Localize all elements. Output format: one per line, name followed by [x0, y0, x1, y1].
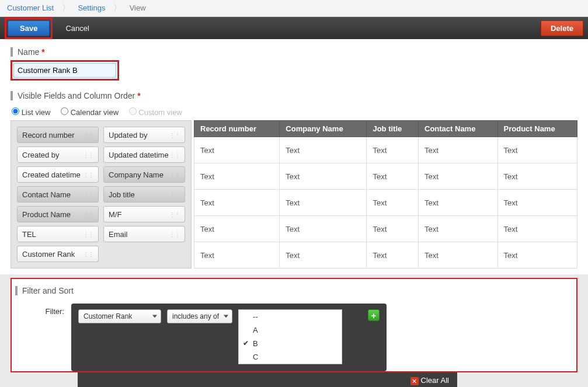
filter-option[interactable]: C — [239, 350, 342, 364]
field-chip[interactable]: Updated by⋮⋮ — [103, 127, 185, 143]
table-cell: Text — [497, 216, 577, 242]
grip-icon: ⋮⋮ — [83, 132, 93, 138]
grip-icon: ⋮⋮ — [169, 172, 180, 178]
view-type-radios: List view Calendar view Custom view — [11, 104, 577, 120]
add-filter-button[interactable]: + — [368, 309, 380, 321]
caret-icon — [152, 315, 157, 318]
column-header: Contact Name — [419, 121, 498, 137]
field-palette: Record number⋮⋮Created by⋮⋮Created datet… — [11, 120, 192, 269]
table-cell: Text — [419, 242, 498, 269]
table-cell: Text — [194, 137, 280, 163]
filter-value-list[interactable]: --A✔BC — [238, 309, 342, 364]
table-cell: Text — [497, 190, 577, 216]
filter-section-highlight: Filter and Sort Filter: Customer Rank in… — [11, 278, 577, 372]
table-cell: Text — [194, 216, 280, 242]
field-chip[interactable]: Updated datetime⋮⋮ — [103, 147, 185, 163]
table-cell: Text — [194, 190, 280, 216]
grip-icon: ⋮⋮ — [83, 231, 93, 238]
table-cell: Text — [367, 137, 419, 163]
breadcrumb: Customer List 〉 Settings 〉 View — [0, 0, 588, 17]
field-chip[interactable]: Record number⋮⋮ — [17, 127, 99, 143]
grip-icon: ⋮⋮ — [83, 251, 93, 257]
grip-icon: ⋮⋮ — [169, 211, 180, 218]
table-cell: Text — [419, 190, 498, 216]
column-header: Company Name — [280, 121, 367, 137]
table-row: TextTextTextTextText — [194, 190, 577, 216]
field-chip[interactable]: Company Name⋮⋮ — [103, 166, 185, 183]
delete-button[interactable]: Delete — [541, 20, 583, 36]
crumb-sep: 〉 — [62, 3, 70, 12]
field-chip[interactable]: Created datetime⋮⋮ — [17, 166, 99, 183]
table-cell: Text — [194, 163, 280, 190]
field-chip[interactable]: TEL⋮⋮ — [17, 226, 99, 242]
filter-field-select[interactable]: Customer Rank — [78, 309, 161, 323]
table-row: TextTextTextTextText — [194, 137, 577, 163]
table-cell: Text — [497, 137, 577, 163]
save-highlight: Save — [5, 18, 53, 39]
crumb-sep: 〉 — [113, 3, 121, 12]
name-label: Name * — [11, 47, 577, 57]
close-icon: ✕ — [410, 377, 419, 385]
grip-icon: ⋮⋮ — [83, 191, 93, 198]
table-cell: Text — [497, 242, 577, 269]
grip-icon: ⋮⋮ — [169, 132, 180, 138]
field-chip[interactable]: Created by⋮⋮ — [17, 147, 99, 163]
field-chip[interactable]: Job title⋮⋮ — [103, 186, 185, 203]
table-cell: Text — [194, 242, 280, 269]
crumb-settings[interactable]: Settings — [78, 4, 105, 12]
filter-option[interactable]: ✔B — [239, 337, 342, 350]
name-input[interactable] — [13, 63, 116, 78]
grip-icon: ⋮⋮ — [83, 172, 93, 178]
visible-fields-label: Visible Fields and Column Order * — [11, 91, 577, 100]
grip-icon: ⋮⋮ — [83, 211, 93, 218]
crumb-view: View — [130, 4, 146, 12]
table-cell: Text — [419, 216, 498, 242]
field-chip[interactable]: Product Name⋮⋮ — [17, 206, 99, 222]
table-cell: Text — [367, 163, 419, 190]
name-input-highlight — [11, 60, 119, 81]
filter-operator-select[interactable]: includes any of — [167, 309, 232, 323]
table-cell: Text — [419, 137, 498, 163]
grip-icon: ⋮⋮ — [83, 152, 93, 158]
action-bar: Save Cancel Delete — [0, 17, 588, 39]
filter-sort-title: Filter and Sort — [15, 286, 575, 295]
preview-table: Record numberCompany NameJob titleContac… — [194, 120, 577, 269]
radio-custom-view: Custom view — [129, 108, 182, 117]
table-cell: Text — [280, 163, 367, 190]
table-cell: Text — [367, 242, 419, 269]
table-cell: Text — [280, 190, 367, 216]
column-header: Job title — [367, 121, 419, 137]
cancel-button[interactable]: Cancel — [65, 24, 89, 33]
clear-all-bar[interactable]: ✕Clear All — [78, 372, 457, 387]
grip-icon: ⋮⋮ — [169, 231, 180, 238]
table-row: TextTextTextTextText — [194, 242, 577, 269]
filter-option[interactable]: A — [239, 323, 342, 337]
caret-icon — [224, 315, 228, 318]
check-icon: ✔ — [243, 339, 249, 347]
table-cell: Text — [280, 216, 367, 242]
column-header: Product Name — [497, 121, 577, 137]
save-button[interactable]: Save — [8, 20, 50, 36]
filter-label: Filter: — [13, 304, 71, 316]
grip-icon: ⋮⋮ — [169, 191, 180, 198]
grip-icon: ⋮⋮ — [169, 152, 180, 158]
radio-calendar-view[interactable]: Calendar view — [61, 108, 119, 117]
field-chip[interactable]: M/F⋮⋮ — [103, 206, 185, 222]
filter-body: Customer Rank includes any of --A✔BC + — [71, 304, 387, 371]
field-chip[interactable]: Email⋮⋮ — [103, 226, 185, 242]
table-cell: Text — [497, 163, 577, 190]
table-cell: Text — [280, 137, 367, 163]
field-chip[interactable]: Customer Rank⋮⋮ — [17, 246, 99, 262]
table-row: TextTextTextTextText — [194, 163, 577, 190]
column-header: Record number — [194, 121, 280, 137]
table-row: TextTextTextTextText — [194, 216, 577, 242]
table-cell: Text — [367, 216, 419, 242]
crumb-customer-list[interactable]: Customer List — [7, 4, 54, 12]
field-chip[interactable]: Contact Name⋮⋮ — [17, 186, 99, 203]
filter-option[interactable]: -- — [239, 310, 342, 323]
radio-list-view[interactable]: List view — [12, 108, 50, 117]
table-cell: Text — [419, 163, 498, 190]
table-cell: Text — [280, 242, 367, 269]
table-cell: Text — [367, 190, 419, 216]
